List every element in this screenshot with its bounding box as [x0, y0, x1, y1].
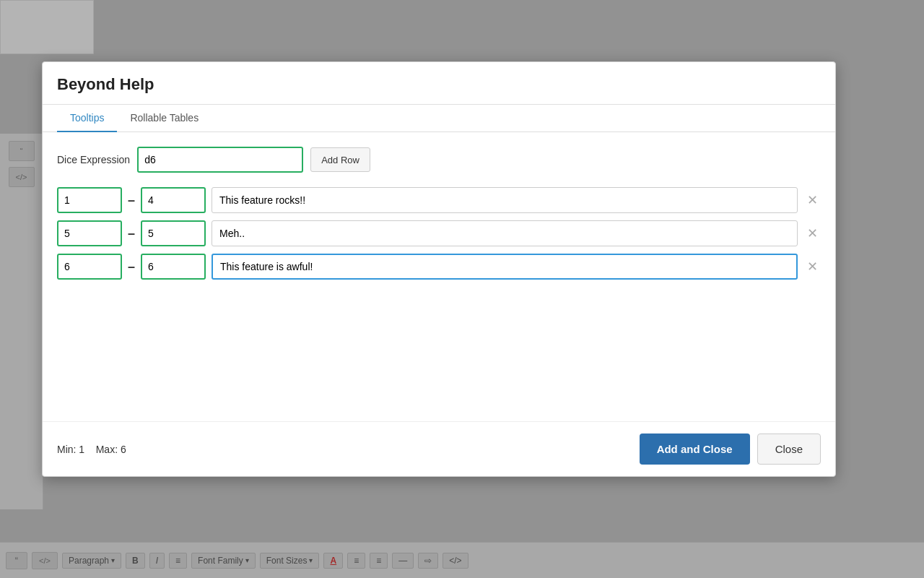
close-button[interactable]: Close: [757, 434, 821, 465]
row1-dash: –: [128, 193, 135, 208]
row3-result-input[interactable]: [212, 254, 798, 280]
row1-min-input[interactable]: [57, 187, 122, 213]
row3-dash: –: [128, 259, 135, 275]
row2-result-input[interactable]: [212, 220, 798, 246]
row1-result-input[interactable]: [212, 187, 798, 213]
row3-max-input[interactable]: [141, 254, 206, 280]
add-row-button[interactable]: Add Row: [310, 147, 370, 172]
modal-footer: Min: 1 Max: 6 Add and Close Close: [43, 421, 835, 476]
min-label: Min: 1: [57, 444, 84, 455]
max-label: Max: 6: [96, 444, 126, 455]
row1-delete-button[interactable]: ✕: [803, 191, 821, 209]
add-and-close-button[interactable]: Add and Close: [640, 434, 750, 465]
modal-dialog: Beyond Help Tooltips Rollable Tables Dic…: [42, 61, 836, 477]
modal-body: Dice Expression Add Row – ✕ – ✕: [43, 132, 835, 421]
tabs-container: Tooltips Rollable Tables: [43, 105, 835, 132]
tab-tooltips[interactable]: Tooltips: [57, 105, 117, 132]
footer-buttons: Add and Close Close: [640, 434, 821, 465]
row2-dash: –: [128, 226, 135, 241]
row1-max-input[interactable]: [141, 187, 206, 213]
tab-rollable-tables[interactable]: Rollable Tables: [117, 105, 212, 132]
row2-max-input[interactable]: [141, 220, 206, 246]
footer-info: Min: 1 Max: 6: [57, 444, 126, 455]
dice-expression-row: Dice Expression Add Row: [57, 147, 821, 173]
table-row: – ✕: [57, 254, 821, 280]
table-rows: – ✕ – ✕ – ✕: [57, 187, 821, 280]
row3-delete-button[interactable]: ✕: [803, 258, 821, 275]
table-row: – ✕: [57, 187, 821, 213]
row2-min-input[interactable]: [57, 220, 122, 246]
row3-min-input[interactable]: [57, 254, 122, 280]
modal-title: Beyond Help: [43, 62, 835, 105]
table-row: – ✕: [57, 220, 821, 246]
row2-delete-button[interactable]: ✕: [803, 225, 821, 242]
dice-expression-input[interactable]: [137, 147, 303, 173]
dice-expression-label: Dice Expression: [57, 154, 130, 165]
